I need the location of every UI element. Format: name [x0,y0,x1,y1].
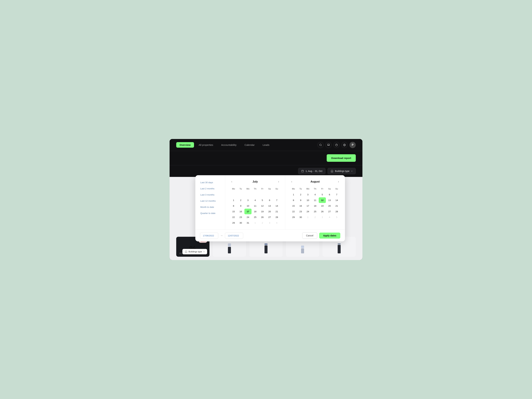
avatar[interactable]: P [349,142,356,148]
calendar-day[interactable]: 26 [319,209,326,214]
calendar-day: 3 [319,214,326,220]
calendar-day[interactable]: 20 [266,209,273,214]
chevron-icon-2: ∨ [203,251,205,253]
calendar-day[interactable]: 26 [259,214,266,220]
calendar-day[interactable]: 2 [297,192,304,197]
end-date-input[interactable]: 12/07/2022 [225,233,243,239]
calendar-day[interactable]: 4 [311,192,319,197]
calendar-day[interactable]: 2 [237,197,244,203]
nav-item-calendar[interactable]: Calendar [241,142,258,148]
buildings-type-button-2[interactable]: Buildings type ∨ [182,249,207,254]
nav-item-leads[interactable]: Leads [259,142,273,148]
calendar-day[interactable]: 21 [333,203,340,209]
calendar-day[interactable]: 13 [326,197,333,203]
start-date-input[interactable]: 17/06/2022 [200,233,218,239]
help-icon-btn[interactable] [334,142,340,148]
calendar-day[interactable]: 10 [304,197,311,203]
july-next-button[interactable]: › [277,179,280,184]
calendar-day[interactable]: 12 [259,203,266,209]
download-report-button[interactable]: Download report [327,154,356,162]
calendar-day[interactable]: 23 [297,209,304,214]
nav-item-accountability[interactable]: Accountability [218,142,240,148]
nav-item-overview[interactable]: Overview [176,142,194,148]
calendar-day[interactable]: 15 [230,209,237,214]
august-prev-button[interactable]: ‹ [290,179,294,184]
calendar-day[interactable]: 18 [311,203,319,209]
calendar-day[interactable]: 7 [333,192,340,197]
shortcut-last-2-months[interactable]: Last 2 months [199,186,222,191]
calendar-day[interactable]: 14 [273,203,280,209]
calendar-day[interactable]: 24 [244,214,252,220]
calendar-day[interactable]: 30 [297,214,304,220]
calendar-day[interactable]: 12 [319,197,326,203]
shortcut-last-30[interactable]: Last 30 days [199,180,222,185]
calendar-day[interactable]: 3 [244,197,252,203]
weekday-su: Su [333,187,340,192]
message-icon-btn[interactable] [325,142,331,148]
calendar-day [266,192,273,197]
calendar-day[interactable]: 27 [326,209,333,214]
shortcut-last-3-months[interactable]: Last 3 months [199,192,222,197]
calendar-day[interactable]: 31 [244,220,252,226]
calendar-day[interactable]: 1 [230,197,237,203]
calendar-day[interactable]: 22 [290,209,297,214]
calendar-day[interactable]: 8 [290,197,297,203]
date-range-button[interactable]: 1, Aug. - 31, Oct [298,168,325,174]
bar-segment [265,243,267,245]
calendar-day[interactable]: 24 [304,209,311,214]
svg-rect-6 [302,170,304,172]
nav-item-all-properties[interactable]: All properties [195,142,217,148]
calendar-day[interactable]: 16 [237,209,244,214]
july-prev-button[interactable]: ‹ [230,179,234,184]
calendar-day[interactable]: 7 [273,197,280,203]
calendar-day[interactable]: 11 [252,203,259,209]
shortcut-quarter-to-date[interactable]: Quarter to date [199,211,222,216]
calendar-day[interactable]: 5 [259,197,266,203]
august-next-button[interactable]: › [337,179,340,184]
calendar-day[interactable]: 3 [304,192,311,197]
calendar-day[interactable]: 4 [252,197,259,203]
buildings-type-button[interactable]: Buildings type ∨ [328,168,356,174]
calendar-day[interactable]: 25 [311,209,319,214]
calendar-day[interactable]: 29 [230,220,237,226]
calendar-day[interactable]: 9 [297,197,304,203]
content-area: Last 30 days Last 2 months Last 3 months… [170,177,362,260]
calendar-day[interactable]: 17 [304,203,311,209]
calendar-day[interactable]: 19 [259,209,266,214]
calendar-day[interactable]: 23 [237,214,244,220]
calendar-day[interactable]: 18 [252,209,259,214]
calendar-day: 2 [259,220,266,226]
calendar-day[interactable]: 1 [290,192,297,197]
calendar-day[interactable]: 22 [230,214,237,220]
apply-dates-button[interactable]: Apply dates [319,233,340,239]
calendar-day[interactable]: 16 [297,203,304,209]
calendar-day[interactable]: 9 [237,203,244,209]
calendar-day[interactable]: 29 [290,214,297,220]
shortcut-last-12-months[interactable]: Last 12 months [199,198,222,203]
calendar-day[interactable]: 19 [319,203,326,209]
calendar-day[interactable]: 27 [266,214,273,220]
calendar-day[interactable]: 21 [273,209,280,214]
calendar-day[interactable]: 8 [230,203,237,209]
bar-segment [265,245,267,253]
settings-icon-btn[interactable] [342,142,348,148]
calendar-day[interactable]: 11 [311,197,319,203]
calendar-day[interactable]: 13 [266,203,273,209]
calendar-day[interactable]: 10 [244,203,252,209]
shortcut-month-to-date[interactable]: Month to date [199,204,222,210]
calendar-day[interactable]: 6 [326,192,333,197]
calendar-day[interactable]: 15 [290,203,297,209]
cancel-button[interactable]: Cancel [302,232,317,239]
calendar-day[interactable]: 25 [252,214,259,220]
calendar-day[interactable]: 28 [273,214,280,220]
calendar-day[interactable]: 14 [333,197,340,203]
calendar-day[interactable]: 5 [319,192,326,197]
calendar-day[interactable]: 28 [333,209,340,214]
august-cal-header: ‹ August › [290,179,341,184]
calendar-day[interactable]: 20 [326,203,333,209]
calendar-day[interactable]: 30 [237,220,244,226]
calendar-day[interactable]: 6 [266,197,273,203]
weekday-th: Th [311,187,319,192]
calendar-day[interactable]: 17 [244,209,252,214]
search-icon-btn[interactable] [317,142,323,148]
